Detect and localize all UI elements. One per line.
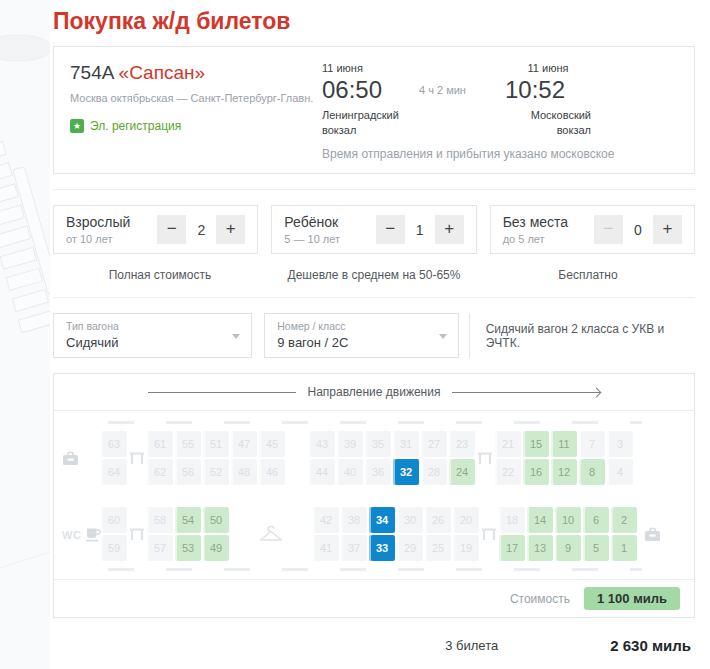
seat-block: WC60595857545350494241383734333029262520… xyxy=(62,507,686,561)
infant-minus-button[interactable]: − xyxy=(594,215,623,244)
counter-subtitle: до 5 лет xyxy=(503,233,568,245)
table-icon xyxy=(477,452,493,465)
carriage-type-select[interactable]: Тип вагона Сидячий xyxy=(53,313,252,358)
seat-12[interactable]: 12 xyxy=(551,459,577,485)
seat-7: 7 xyxy=(579,431,605,457)
seat-60: 60 xyxy=(101,507,127,533)
seat-53[interactable]: 53 xyxy=(175,535,201,561)
child-caption: Дешевле в среднем на 50-65% xyxy=(267,268,481,282)
direction-header: Направление движения xyxy=(54,374,694,411)
seat-grid: 6364616255565152474845464344394035363132… xyxy=(62,431,686,561)
adult-plus-button[interactable]: + xyxy=(216,215,245,244)
price-row: Стоимость 1 100 миль xyxy=(54,579,694,617)
seat-26: 26 xyxy=(425,507,451,533)
carriage-type-label: Тип вагона xyxy=(66,320,239,332)
page: { "page": { "title": "Покупка ж/д билето… xyxy=(0,0,710,669)
seat-15[interactable]: 15 xyxy=(523,431,549,457)
counter-infant: Без места до 5 лет − 0 + xyxy=(490,205,695,254)
seat-54[interactable]: 54 xyxy=(175,507,201,533)
counter-subtitle: 5 — 10 лет xyxy=(284,233,340,245)
seat-17[interactable]: 17 xyxy=(499,535,525,561)
seat-36: 36 xyxy=(365,459,391,485)
departure-date: 11 июня xyxy=(322,62,419,74)
counter-child: Ребёнок 5 — 10 лет − 1 + xyxy=(271,205,476,254)
seat-32[interactable]: 32 xyxy=(393,459,419,485)
adult-caption: Полная стоимость xyxy=(53,268,267,282)
carriage-selectors: Тип вагона Сидячий Номер / класс 9 вагон… xyxy=(53,313,695,358)
luggage-icon xyxy=(644,527,661,542)
luggage-icon xyxy=(62,451,79,466)
seat-10[interactable]: 10 xyxy=(555,507,581,533)
total-miles: 2 630 миль xyxy=(610,637,691,654)
table-icon xyxy=(129,452,145,465)
seat-55: 55 xyxy=(175,431,201,457)
seat-42: 42 xyxy=(313,507,339,533)
train-number: 754A xyxy=(70,62,113,83)
seat-44: 44 xyxy=(309,459,335,485)
seat-20: 20 xyxy=(453,507,479,533)
passenger-counters: Взрослый от 10 лет − 2 + Ребёнок 5 — 10 … xyxy=(53,205,695,254)
carriage-description: Сидячий вагон 2 класса с УКВ и ЭЧТК. xyxy=(486,322,695,350)
adult-minus-button[interactable]: − xyxy=(157,215,186,244)
adult-count: 2 xyxy=(186,222,216,238)
seat-16[interactable]: 16 xyxy=(523,459,549,485)
seat-61: 61 xyxy=(147,431,173,457)
seat-9[interactable]: 9 xyxy=(555,535,581,561)
seat-31: 31 xyxy=(393,431,419,457)
seat-57: 57 xyxy=(147,535,173,561)
seat-59: 59 xyxy=(101,535,127,561)
seat-40: 40 xyxy=(337,459,363,485)
seat-50[interactable]: 50 xyxy=(203,507,229,533)
seat-33[interactable]: 33 xyxy=(369,535,395,561)
seat-43: 43 xyxy=(309,431,335,457)
seat-8[interactable]: 8 xyxy=(579,459,605,485)
wc-icon: WC xyxy=(62,525,85,543)
vertical-divider xyxy=(469,313,470,358)
child-count: 1 xyxy=(405,222,435,238)
seat-6[interactable]: 6 xyxy=(583,507,609,533)
seat-1[interactable]: 1 xyxy=(611,535,637,561)
seat-62: 62 xyxy=(147,459,173,485)
train-number-and-name: 754A «Сапсан» xyxy=(70,62,322,84)
moscow-time-note: Время отправления и прибытия указано мос… xyxy=(322,147,678,161)
background-illustration xyxy=(0,0,50,669)
seat-46: 46 xyxy=(259,459,285,485)
seat-11[interactable]: 11 xyxy=(551,431,577,457)
seat-64: 64 xyxy=(101,459,127,485)
direction-label: Направление движения xyxy=(308,385,441,399)
seat-5[interactable]: 5 xyxy=(583,535,609,561)
e-registration: ★ Эл. регистрация xyxy=(70,119,322,133)
seat-27: 27 xyxy=(421,431,447,457)
infant-count: 0 xyxy=(623,222,653,238)
seat-2[interactable]: 2 xyxy=(611,507,637,533)
counter-title: Без места xyxy=(503,214,568,230)
seat-29: 29 xyxy=(397,535,423,561)
child-minus-button[interactable]: − xyxy=(376,215,405,244)
carriage-type-value: Сидячий xyxy=(66,335,239,350)
carriage-number-value: 9 вагон / 2С xyxy=(277,335,445,350)
child-plus-button[interactable]: + xyxy=(435,215,464,244)
seat-map: 6364616255565152474845464344394035363132… xyxy=(54,411,694,579)
seat-13[interactable]: 13 xyxy=(527,535,553,561)
arrival-date: 11 июня xyxy=(505,62,591,74)
infant-plus-button[interactable]: + xyxy=(653,215,682,244)
seat-58: 58 xyxy=(147,507,173,533)
seat-45: 45 xyxy=(259,431,285,457)
price-badge: 1 100 миль xyxy=(584,587,680,610)
counter-title: Ребёнок xyxy=(284,214,340,230)
departure-station: Ленинградский вокзал xyxy=(322,108,404,138)
seat-30: 30 xyxy=(397,507,423,533)
arrival-time: 10:52 xyxy=(505,77,591,103)
carriage-number-select[interactable]: Номер / класс 9 вагон / 2С xyxy=(264,313,458,358)
seat-14[interactable]: 14 xyxy=(527,507,553,533)
carriage-number-label: Номер / класс xyxy=(277,320,445,332)
train-name: «Сапсан» xyxy=(119,62,205,83)
chevron-down-icon xyxy=(439,334,447,339)
direction-arrow-icon xyxy=(452,392,600,393)
counter-subtitle: от 10 лет xyxy=(66,233,130,245)
seat-map-card: Направление движения 6364616255565152474… xyxy=(53,373,695,618)
seat-49[interactable]: 49 xyxy=(203,535,229,561)
price-label: Стоимость xyxy=(510,592,570,606)
seat-24[interactable]: 24 xyxy=(449,459,475,485)
seat-34[interactable]: 34 xyxy=(369,507,395,533)
